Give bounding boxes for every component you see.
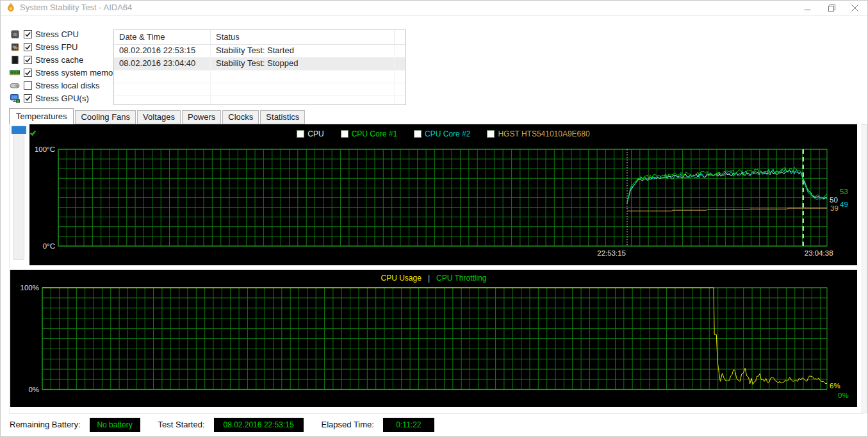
legend-separator: | (428, 274, 430, 283)
stress-option-label: Stress cache (35, 55, 83, 65)
tabstrip: TemperaturesCooling FansVoltagesPowersCl… (9, 110, 306, 124)
column-header-datetime[interactable]: Date & Time (114, 30, 211, 44)
legend-checkbox[interactable] (341, 130, 348, 138)
event-log-header: Date & Time Status (114, 30, 405, 45)
status-value-box: 0:11:22 (383, 418, 434, 432)
temperature-chart-panel: CPUCPU Core #1CPU Core #2HGST HTS541010A… (29, 124, 857, 265)
stress-option-label: Stress CPU (35, 29, 79, 39)
legend-checkbox[interactable] (487, 130, 495, 138)
stress-option-label: Stress GPU(s) (35, 94, 89, 103)
legend-label: CPU Core #2 (425, 129, 470, 138)
tab-powers[interactable]: Powers (182, 110, 221, 124)
legend-checkbox[interactable] (414, 130, 422, 138)
stress-checkbox[interactable] (24, 56, 32, 64)
memory-icon (10, 68, 20, 78)
usage-chart-legend: CPU Usage|CPU Throttling (10, 274, 857, 283)
y-axis-bottom-label: 0°C (43, 242, 55, 250)
status-label: Remaining Battery: (10, 420, 81, 429)
aida64-flame-icon (6, 3, 16, 13)
legend-checkbox[interactable] (297, 130, 304, 138)
tab-statistics[interactable]: Statistics (260, 110, 305, 124)
current-value-label: 0% (838, 392, 849, 399)
current-value-label: 50 (830, 196, 838, 204)
current-value-label: 49 (840, 201, 848, 208)
legend-label: CPU Core #1 (352, 129, 397, 138)
legend-label: | (428, 274, 430, 283)
event-log-table[interactable]: Date & Time Status 08.02.2016 22:53:15St… (113, 29, 406, 105)
cell-status: Stability Test: Stopped (211, 58, 395, 70)
tab-cooling-fans[interactable]: Cooling Fans (75, 110, 136, 124)
legend-label: HGST HTS541010A9E680 (498, 129, 589, 138)
cell-status: Stability Test: Started (211, 45, 395, 57)
cpu-icon (10, 29, 20, 39)
temperature-chart-legend: CPUCPU Core #1CPU Core #2HGST HTS541010A… (29, 129, 857, 138)
temperature-chart: 100°C0°C22:53:1523:04:3850495339 (29, 124, 857, 265)
status-label: Test Started: (158, 420, 205, 429)
x-axis-tick-label: 23:04:38 (805, 249, 833, 257)
cache-icon (10, 55, 20, 65)
usage-chart: 100%0%0%6% (10, 270, 857, 407)
axis-labels: 100%0% (20, 284, 39, 393)
tab-temperatures[interactable]: Temperatures (9, 108, 74, 124)
legend-item[interactable]: CPU Core #1 (341, 129, 397, 138)
stress-option-row: %Stress FPU (10, 40, 120, 53)
status-value-box: 08.02.2016 22:53:15 (214, 418, 304, 432)
axis-labels: 100°C0°C22:53:1523:04:38 (35, 145, 833, 257)
stress-option-row: Stress CPU (10, 28, 120, 40)
table-row[interactable]: 08.02.2016 22:53:15Stability Test: Start… (114, 45, 405, 58)
close-button[interactable] (843, 1, 866, 15)
stress-option-row: Stress GPU(s) (10, 92, 120, 104)
table-row-empty (114, 83, 405, 96)
cell-datetime: 08.02.2016 22:53:15 (114, 45, 211, 57)
legend-item[interactable]: HGST HTS541010A9E680 (487, 129, 589, 138)
stress-checkbox[interactable] (24, 30, 32, 38)
status-value-box: No battery (90, 418, 140, 432)
stress-option-label: Stress FPU (35, 42, 78, 52)
fpu-icon: % (10, 42, 20, 52)
y-axis-top-label: 100% (20, 284, 39, 292)
stress-checkbox[interactable] (24, 94, 32, 103)
svg-text:%: % (12, 44, 17, 51)
y-axis-bottom-label: 0% (28, 386, 39, 393)
usage-chart-panel: CPU Usage|CPU Throttling 100%0%0%6% (10, 270, 857, 407)
stress-option-row: Stress system memory (10, 66, 120, 79)
y-axis-top-label: 100°C (35, 145, 55, 153)
right-scroll-strip[interactable] (862, 124, 867, 413)
chart-scale-slider[interactable] (12, 125, 26, 261)
stress-option-row: Stress cache (10, 53, 120, 66)
gpu-icon (10, 94, 20, 103)
titlebar: System Stability Test - AIDA64 (1, 1, 867, 16)
current-value-label: 53 (840, 188, 848, 195)
minimize-button[interactable] (796, 1, 819, 15)
stress-options-panel: Stress CPU%Stress FPUStress cacheStress … (10, 28, 120, 104)
chart-grid (58, 149, 827, 246)
legend-label: CPU (307, 129, 323, 138)
legend-label: CPU Throttling (436, 274, 486, 283)
legend-item[interactable]: CPU (297, 129, 323, 138)
stress-checkbox[interactable] (24, 81, 32, 90)
stress-option-label: Stress system memory (35, 68, 120, 78)
legend-item[interactable]: CPU Core #2 (414, 129, 470, 138)
stress-option-label: Stress local disks (35, 81, 99, 90)
slider-track[interactable] (13, 126, 24, 260)
table-row[interactable]: 08.02.2016 23:04:40Stability Test: Stopp… (114, 58, 405, 70)
disk-icon (10, 81, 20, 90)
stress-checkbox[interactable] (24, 69, 32, 77)
table-row-empty (114, 70, 405, 83)
statusbar: Remaining Battery:No batteryTest Started… (10, 416, 452, 433)
current-value-label: 6% (830, 382, 840, 390)
column-header-status[interactable]: Status (211, 30, 395, 44)
restore-button[interactable] (820, 1, 843, 15)
table-row-empty (114, 96, 405, 105)
chart-grid (42, 288, 827, 390)
legend-label: CPU Usage (381, 274, 422, 283)
cell-datetime: 08.02.2016 23:04:40 (114, 58, 211, 70)
slider-handle[interactable] (12, 126, 26, 134)
tab-voltages[interactable]: Voltages (137, 110, 181, 124)
x-axis-tick-label: 22:53:15 (597, 249, 626, 257)
stress-checkbox[interactable] (24, 43, 32, 51)
stress-option-row: Stress local disks (10, 79, 120, 92)
tab-clocks[interactable]: Clocks (222, 110, 259, 124)
legend-item: CPU Throttling (436, 274, 486, 283)
legend-item: CPU Usage (381, 274, 422, 283)
